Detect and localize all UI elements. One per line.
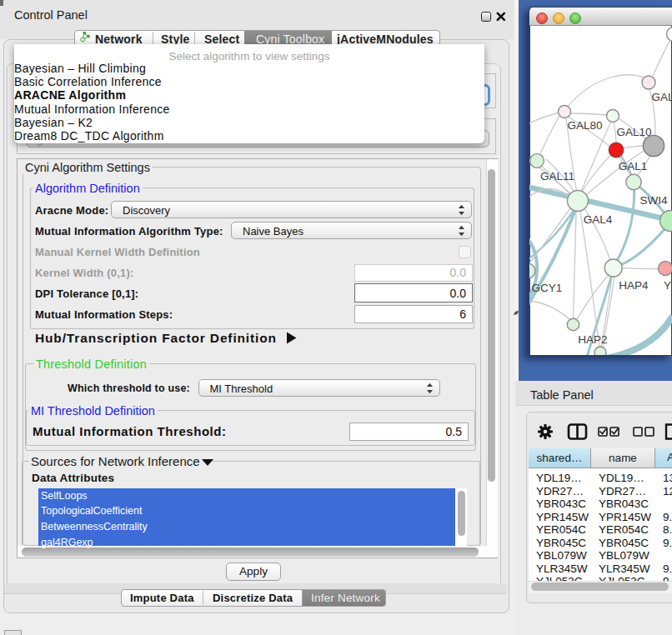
svg-text:GAL4: GAL4 [584, 213, 613, 226]
svg-text:GAL10: GAL10 [616, 126, 651, 138]
svg-text:Y: Y [664, 279, 671, 292]
svg-text:HAP4: HAP4 [619, 279, 649, 292]
svg-text:SWI4: SWI4 [639, 194, 667, 207]
svg-text:GAL11: GAL11 [540, 170, 574, 182]
svg-text:HAP2: HAP2 [578, 333, 607, 346]
svg-text:GAL: GAL [652, 91, 672, 103]
svg-text:GCY1: GCY1 [532, 282, 563, 294]
svg-text:GAL1: GAL1 [619, 160, 648, 172]
svg-text:GAL80: GAL80 [567, 119, 602, 132]
